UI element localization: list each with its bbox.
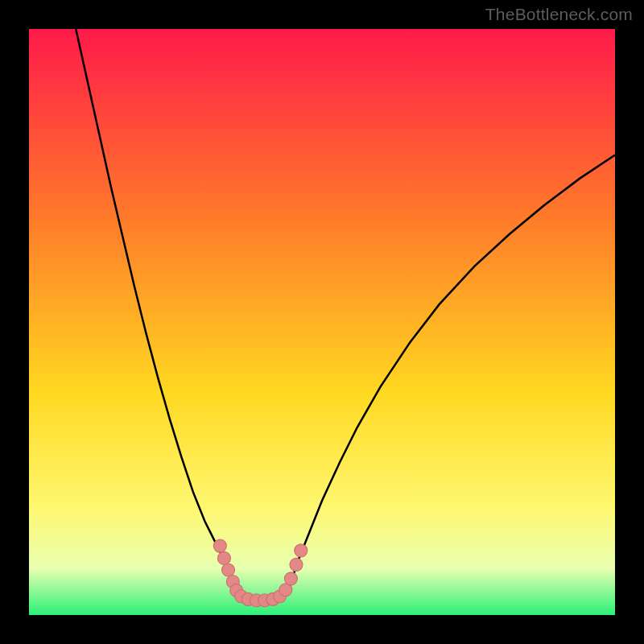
curve-layer <box>29 29 615 615</box>
plot-area <box>29 29 615 615</box>
marker-dot <box>284 572 297 585</box>
watermark-text: TheBottleneck.com <box>485 5 633 24</box>
chart-frame: TheBottleneck.com <box>0 0 644 644</box>
marker-dot <box>295 544 308 557</box>
marker-cluster <box>213 539 307 607</box>
marker-dot <box>217 551 230 564</box>
bottleneck-curve <box>76 29 615 601</box>
marker-dot <box>213 539 226 552</box>
marker-dot <box>222 564 235 576</box>
marker-dot <box>290 558 303 571</box>
